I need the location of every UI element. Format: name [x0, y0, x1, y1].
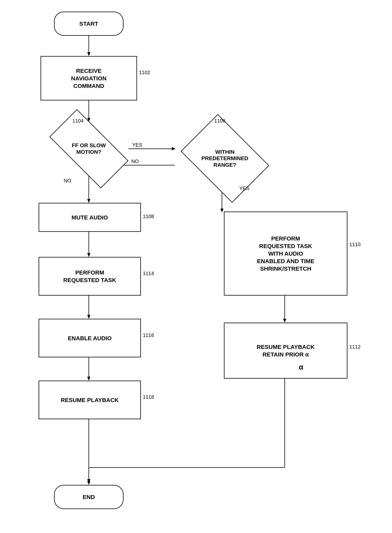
ff-decision-shape: FF OR SLOW MOTION?	[38, 122, 140, 176]
ref-1106: 1106	[214, 118, 225, 124]
ref-1108: 1108	[143, 214, 154, 219]
svg-marker-14	[87, 253, 90, 257]
svg-marker-1	[87, 52, 90, 56]
no-label-2: NO	[131, 158, 139, 164]
ref-1110: 1110	[349, 242, 360, 247]
resume-playback-left-shape: RESUME PLAYBACK	[39, 381, 141, 419]
svg-marker-16	[87, 315, 90, 319]
ref-1102: 1102	[139, 70, 150, 76]
flowchart-diagram: START RECEIVE NAVIGATION COMMAND 1102 FF…	[0, 0, 392, 533]
svg-marker-20	[87, 479, 90, 483]
ref-1116: 1116	[143, 332, 154, 338]
ref-1104: 1104	[72, 118, 84, 124]
yes-label-2: YES	[239, 186, 249, 191]
mute-audio-shape: MUTE AUDIO	[39, 203, 141, 232]
ref-1118: 1118	[143, 394, 154, 400]
perform-task-left-shape: PERFORM REQUESTED TASK	[39, 257, 141, 295]
ref-1112: 1112	[349, 344, 360, 350]
svg-marker-26	[87, 481, 90, 485]
alpha-symbol: α	[295, 361, 307, 373]
svg-marker-7	[220, 209, 224, 213]
resume-retain-shape: RESUME PLAYBACK RETAIN PRIOR α	[224, 323, 347, 379]
end-shape: END	[54, 485, 124, 509]
no-label-1: NO	[64, 178, 71, 184]
receive-navigation-shape: RECEIVE NAVIGATION COMMAND	[41, 56, 137, 100]
perform-task-right-shape: PERFORM REQUESTED TASK WITH AUDIO ENABLE…	[224, 212, 347, 295]
range-decision-shape: WITHIN PREDETERMINED RANGE?	[174, 122, 276, 195]
start-shape: START	[54, 12, 124, 36]
enable-audio-shape: ENABLE AUDIO	[39, 319, 141, 357]
svg-marker-22	[283, 319, 286, 323]
svg-marker-18	[87, 377, 90, 381]
svg-marker-9	[87, 199, 90, 203]
yes-label-1: YES	[132, 142, 142, 148]
ref-1114: 1114	[143, 271, 154, 276]
